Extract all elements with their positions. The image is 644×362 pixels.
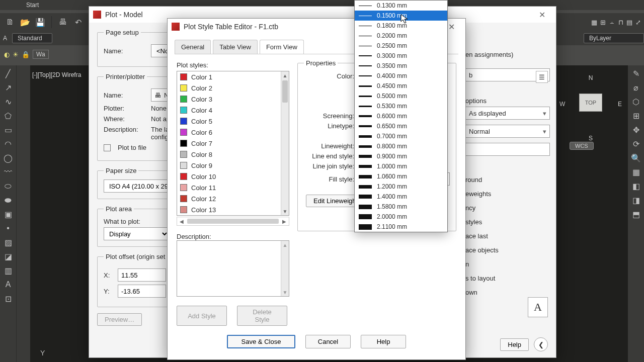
shade-plot-select[interactable]: As displayed▾ [465, 107, 550, 120]
dim3-icon[interactable]: ⊓ [618, 19, 623, 26]
scroll-thumb[interactable] [282, 80, 288, 103]
viewcube[interactable]: N S W E TOP WCS [560, 71, 621, 152]
lineweight-option[interactable]: 0.5300 mm [355, 101, 447, 111]
plot-style-item[interactable]: Color 7 [177, 138, 281, 149]
scrollbar-vertical[interactable]: ▲ ▼ [281, 71, 289, 215]
viewcube-wcs[interactable]: WCS [570, 142, 594, 150]
save-icon[interactable]: 💾 [34, 16, 46, 28]
ray-icon[interactable]: ↗ [2, 81, 14, 94]
text-style-icon[interactable]: A [3, 35, 7, 42]
plot-option-tail[interactable]: styles [465, 215, 550, 229]
plot-option-tail[interactable]: n [465, 257, 550, 272]
pline-icon[interactable]: ∿ [2, 96, 14, 108]
tool3-icon[interactable]: ⬡ [630, 96, 642, 108]
tab-general[interactable]: General [175, 40, 211, 54]
lineweight-option[interactable]: 0.6500 mm [355, 121, 447, 131]
edit-style-table-icon[interactable]: ☰ [536, 71, 548, 83]
ellipse2-icon[interactable]: ⬬ [2, 194, 14, 206]
plot-option-tail[interactable]: s to layout [465, 272, 550, 286]
offset-y-input[interactable] [118, 285, 166, 298]
table2-icon[interactable]: ▥ [2, 264, 14, 277]
group-icon[interactable]: ⊡ [2, 293, 14, 305]
hscroll-thumb[interactable] [187, 219, 279, 224]
tool8-icon[interactable]: ⬒ [630, 208, 642, 220]
viewcube-e[interactable]: E [618, 101, 622, 108]
lineweight-option[interactable]: 0.1500 mm [355, 11, 447, 21]
lineweight-option[interactable]: 2.0000 mm [355, 212, 447, 222]
lineweight-option[interactable]: 0.4000 mm [355, 71, 447, 81]
quality-select[interactable]: Normal▾ [465, 125, 550, 138]
new-icon[interactable]: 🗎 [4, 16, 16, 28]
arc-icon[interactable]: ◠ [2, 138, 14, 150]
lineweight-option[interactable]: 0.2500 mm [355, 41, 447, 51]
plot-option-tail[interactable]: ace last [465, 229, 550, 243]
plot-style-item[interactable]: Color 5 [177, 116, 281, 127]
expand-button[interactable]: ❮ [534, 337, 548, 351]
spline-icon[interactable]: 〰 [2, 166, 14, 178]
plot-style-item[interactable]: Color 3 [177, 94, 281, 105]
dpi-input[interactable] [465, 143, 550, 156]
plot-style-item[interactable]: Color 8 [177, 149, 281, 160]
plot-option-tail[interactable]: round [465, 173, 550, 187]
start-menu[interactable]: Start [19, 2, 46, 9]
undo-icon[interactable]: ↶ [72, 16, 84, 28]
plot-style-item[interactable]: Color 11 [177, 182, 281, 193]
plot-option-tail[interactable]: eweights [465, 187, 550, 201]
polygon-icon[interactable]: ⬠ [2, 110, 14, 122]
what-to-plot-select[interactable]: Display [104, 227, 169, 240]
offset-x-input[interactable] [118, 268, 166, 282]
orbit-icon[interactable]: ⟳ [630, 138, 642, 150]
lineweight-dropdown[interactable]: 0.1300 mm0.1500 mm0.1800 mm0.2000 mm0.25… [354, 0, 448, 232]
grid-icon[interactable]: ▦ [591, 19, 597, 26]
layer-combo[interactable]: ByLayer [584, 33, 644, 43]
lineweight-option[interactable]: 1.5800 mm [355, 202, 447, 212]
pan-icon[interactable]: ✥ [630, 124, 642, 136]
lineweight-option[interactable]: 1.2000 mm [355, 182, 447, 192]
region-icon[interactable]: ◪ [2, 250, 14, 262]
point-icon[interactable]: • [2, 222, 14, 234]
tool6-icon[interactable]: ◧ [630, 180, 642, 192]
help-button[interactable]: Help [500, 338, 529, 351]
tab-table-view[interactable]: Table View [213, 40, 258, 54]
ellipse-icon[interactable]: ⬭ [2, 180, 14, 192]
lineweight-option[interactable]: 1.4000 mm [355, 192, 447, 202]
cancel-button[interactable]: Cancel [305, 335, 351, 348]
scroll-up-icon[interactable]: ▲ [281, 71, 289, 79]
block-icon[interactable]: ▣ [2, 208, 14, 220]
plot-style-item[interactable]: Color 13 [177, 204, 281, 215]
viewcube-top[interactable]: TOP [579, 94, 602, 112]
dim2-icon[interactable]: ⫠ [609, 19, 615, 26]
scale-icon[interactable]: ⤢ [635, 19, 641, 26]
scroll-down-icon[interactable]: ▼ [281, 207, 289, 215]
tool4-icon[interactable]: ⊞ [630, 110, 642, 122]
plot-option-tail[interactable]: ncy [465, 201, 550, 215]
scroll-right-icon[interactable]: ▶ [281, 219, 288, 224]
viewcube-w[interactable]: W [559, 101, 565, 108]
viewcube-s[interactable]: S [589, 135, 593, 142]
save-close-button[interactable]: Save & Close [227, 335, 295, 348]
lineweight-option[interactable]: 0.9000 mm [355, 151, 447, 161]
sun-icon[interactable]: ☀ [13, 51, 19, 58]
table-icon[interactable]: ▤ [626, 19, 632, 26]
description-textarea[interactable]: ▲▼ [177, 240, 289, 297]
lineweight-option[interactable]: 1.0000 mm [355, 161, 447, 171]
lineweight-option[interactable]: 0.4500 mm [355, 81, 447, 91]
delete-style-button[interactable]: Delete Style [237, 306, 287, 326]
plot-style-item[interactable]: Color 10 [177, 171, 281, 182]
plot-style-item[interactable]: Color 12 [177, 193, 281, 204]
plot-style-item[interactable]: Color 1 [177, 71, 281, 82]
scroll-left-icon[interactable]: ◀ [178, 219, 185, 224]
rect-icon[interactable]: ▭ [2, 124, 14, 136]
lineweight-option[interactable]: 0.1300 mm [355, 1, 447, 11]
zoom-icon[interactable]: 🔍 [630, 152, 642, 164]
plot-style-item[interactable]: Color 2 [177, 82, 281, 94]
text-icon[interactable]: A [2, 279, 14, 291]
dim-icon[interactable]: ⊞ [600, 19, 606, 26]
line-icon[interactable]: ╱ [2, 67, 14, 79]
tool5-icon[interactable]: ▦ [630, 166, 642, 178]
circle-icon[interactable]: ◯ [2, 152, 14, 164]
bulb-icon[interactable]: ◐ [4, 51, 10, 58]
tool2-icon[interactable]: ⌀ [630, 81, 642, 94]
lineweight-option[interactable]: 1.0600 mm [355, 171, 447, 182]
preview-button[interactable]: Preview… [97, 313, 142, 326]
